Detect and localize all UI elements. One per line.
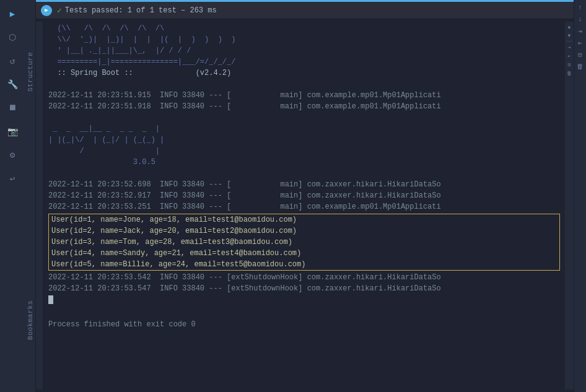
hikari-ascii-2: | |(_|\/ | (_|/ | (_(_) |: [48, 134, 560, 146]
ascii-line-4: =========|_|===============|___/=/_/_/_/: [48, 56, 560, 68]
collapse-icon[interactable]: ⊟: [566, 61, 573, 68]
hikari-ascii-3: / |: [48, 146, 560, 157]
test-status: ✓ Tests passed: 1 of 1 test – 263 ms: [57, 6, 217, 15]
structure-label[interactable]: Structure: [25, 50, 35, 94]
log-line-4: 2022-12-11 20:23:52.917 INFO 33840 --- […: [48, 190, 560, 201]
line-gutter: [36, 22, 43, 390]
user-data-line-4: User(id=4, name=Sandy, age=21, email=tes…: [49, 248, 559, 259]
run-button[interactable]: ▶: [41, 5, 52, 16]
log-line-5: 2022-12-11 20:23:53.251 INFO 33840 --- […: [48, 201, 560, 212]
right-icon-2[interactable]: ↓: [575, 14, 585, 24]
test-status-text: Tests passed: 1 of 1 test – 263 ms: [65, 6, 217, 15]
log-line-3: 2022-12-11 20:23:52.698 INFO 33840 --- […: [48, 179, 560, 190]
check-icon: ✓: [57, 6, 62, 15]
ascii-line-1: (\\ /\ /\ /\ /\ /\: [48, 23, 560, 34]
user-data-line-1: User(id=1, name=Jone, age=18, email=test…: [49, 214, 559, 225]
cursor-line: [48, 294, 560, 305]
console-lines: (\\ /\ /\ /\ /\ /\ \\/ '_)| |_)| | | |( …: [43, 22, 565, 390]
user-data-line-2: User(id=2, name=Jack, age=20, email=test…: [49, 225, 559, 237]
refresh-sidebar-icon[interactable]: ↺: [1, 50, 24, 72]
left-panel: Structure Bookmarks: [25, 0, 36, 392]
right-panel: ↑ ↓ ⇥ ⇤ ⊟ 🗑: [574, 0, 586, 392]
gear-sidebar-icon[interactable]: ⚙: [1, 144, 24, 166]
process-exit-line: Process finished with exit code 0: [48, 319, 560, 330]
bookmarks-label[interactable]: Bookmarks: [25, 298, 35, 342]
blank-line-4: [48, 305, 560, 316]
wrench-sidebar-icon[interactable]: 🔧: [1, 73, 24, 95]
left-sidebar: ▶ ⬡ ↺ 🔧 ⏹ 📷 ⚙ ↩: [0, 0, 25, 392]
scroll-divider-1: [566, 41, 572, 41]
log-line-1: 2022-12-11 20:23:51.915 INFO 33840 --- […: [48, 90, 560, 101]
top-bar: ▶ ✓ Tests passed: 1 of 1 test – 263 ms: [36, 2, 574, 19]
ascii-line-3: ' |__| ._|_||___|\_, |/ / / /: [48, 45, 560, 56]
right-icon-5[interactable]: ⊟: [575, 50, 585, 59]
record-sidebar-icon[interactable]: ⏹: [1, 97, 24, 119]
blank-line-2: [48, 112, 560, 123]
user-data-line-3: User(id=3, name=Tom, age=28, email=test3…: [49, 237, 559, 248]
spring-boot-line: :: Spring Boot :: (v2.4.2): [48, 68, 560, 79]
right-icon-1[interactable]: ↑: [575, 2, 585, 12]
blank-line-1: [48, 79, 560, 90]
hikari-version: 3.0.5: [48, 157, 560, 168]
hikari-ascii-1: _ _ __|__ _ _ _ _ |: [48, 123, 560, 134]
run-sidebar-icon[interactable]: ▶: [1, 2, 24, 25]
log-line-2: 2022-12-11 20:23:51.918 INFO 33840 --- […: [48, 101, 560, 112]
clear-icon[interactable]: 🗑: [566, 69, 573, 77]
log-line-6: 2022-12-11 20:23:53.542 INFO 33840 --- […: [48, 272, 560, 283]
right-icon-6[interactable]: 🗑: [575, 61, 585, 71]
right-scrollbar[interactable]: ▲ ▼ ⇥ ⇤ ⊟ 🗑: [565, 22, 574, 390]
right-icon-4[interactable]: ⇤: [575, 38, 585, 48]
main-content: ▶ ✓ Tests passed: 1 of 1 test – 263 ms (…: [36, 0, 574, 392]
blank-line-5: [48, 330, 560, 341]
blank-line-3: [48, 168, 560, 179]
user-data-box: User(id=1, name=Jone, age=18, email=test…: [48, 214, 560, 271]
right-icon-3[interactable]: ⇥: [575, 26, 585, 36]
scroll-left-icon[interactable]: ⇤: [566, 52, 573, 59]
camera-sidebar-icon[interactable]: 📷: [1, 120, 24, 142]
scroll-down-btn[interactable]: ▼: [566, 32, 573, 39]
scroll-right-icon[interactable]: ⇥: [566, 43, 573, 51]
log-line-7: 2022-12-11 20:23:53.547 INFO 33840 --- […: [48, 283, 560, 294]
ascii-line-2: \\/ '_)| |_)| | | |( | ) ) ) ): [48, 34, 560, 45]
user-data-line-5: User(id=5, name=Billie, age=24, email=te…: [49, 259, 559, 270]
scroll-up-btn[interactable]: ▲: [566, 23, 573, 30]
hex-sidebar-icon[interactable]: ⬡: [1, 26, 24, 48]
back-sidebar-icon[interactable]: ↩: [1, 167, 24, 189]
console-output[interactable]: (\\ /\ /\ /\ /\ /\ \\/ '_)| |_)| | | |( …: [36, 19, 574, 392]
